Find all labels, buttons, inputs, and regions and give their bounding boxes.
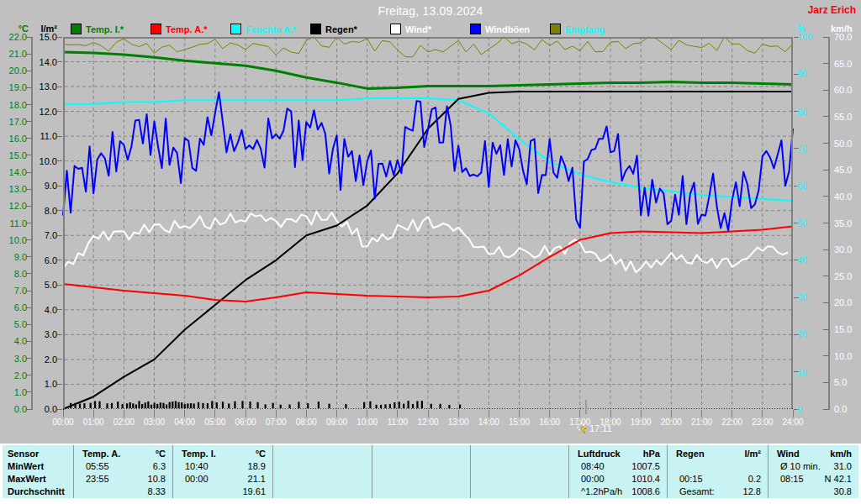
rain-axis-tick-label: 1.0 bbox=[32, 379, 57, 389]
kmh-axis-tick-label: 0.0 bbox=[834, 404, 859, 414]
summary-col-wind: Windkm/hØ 10 min.31.008:15N 42.130.8 bbox=[768, 445, 858, 498]
value bbox=[365, 460, 372, 473]
kmh-axis-tick-label: 10.0 bbox=[834, 351, 859, 361]
value-time: 10:40 bbox=[173, 460, 209, 473]
kmh-axis-tick-label: 20.0 bbox=[834, 297, 859, 307]
percent-axis-tick-label: 60 bbox=[797, 181, 821, 191]
value-time bbox=[173, 486, 185, 498]
hour-tick bbox=[214, 410, 215, 417]
summary-cell: 08:15N 42.1 bbox=[769, 473, 858, 486]
value: 1007.5 bbox=[631, 460, 667, 473]
summary-cell: Regenl/m² bbox=[668, 448, 768, 460]
celsius-axis-tick-label: 21.0 bbox=[2, 49, 27, 59]
summary-cell bbox=[372, 473, 470, 486]
rain-axis-tick-label: 9.0 bbox=[32, 181, 57, 191]
celsius-axis-tick-label: 15.0 bbox=[2, 150, 27, 160]
rain-axis-tick-label: 5.0 bbox=[32, 280, 57, 290]
rain-axis-tick-label: 8.0 bbox=[32, 206, 57, 216]
value: 6.3 bbox=[153, 460, 172, 473]
rain-axis-tick bbox=[57, 260, 62, 260]
rain-axis-tick-label: 3.0 bbox=[32, 329, 57, 339]
hour-label: 21:00 bbox=[686, 417, 718, 427]
legend-item-feuchte-a[interactable]: Feuchte A.* bbox=[230, 24, 310, 34]
kmh-axis-tick bbox=[823, 329, 828, 330]
kmh-axis-tick bbox=[823, 116, 828, 117]
legend-swatch bbox=[550, 24, 561, 34]
legend-item-regen[interactable]: Regen* bbox=[310, 24, 390, 34]
kmh-axis-tick bbox=[823, 90, 828, 91]
hour-tick bbox=[336, 410, 337, 417]
kmh-axis-tick bbox=[823, 223, 828, 223]
percent-axis-tick-label: 10 bbox=[797, 367, 821, 377]
legend-item-temp-i[interactable]: Temp. I.* bbox=[71, 24, 151, 34]
summary-cell bbox=[372, 486, 470, 498]
hour-label: 14:00 bbox=[473, 417, 504, 427]
value: 8.33 bbox=[148, 486, 172, 498]
legend-swatch bbox=[470, 24, 481, 34]
summary-cell: ^1.2hPa/h1008.6 bbox=[569, 486, 667, 498]
sensor-name: Luftdruck bbox=[569, 448, 621, 460]
value: 31.0 bbox=[834, 460, 858, 473]
summary-col-temp-a: Temp. A.°C05:556.323:5510.88.33 bbox=[73, 445, 172, 498]
kmh-axis-tick bbox=[823, 302, 828, 303]
rain-axis-tick-label: 0.0 bbox=[32, 404, 57, 414]
celsius-axis-tick-label: 9.0 bbox=[2, 252, 27, 262]
hour-label: 05:00 bbox=[199, 417, 231, 427]
hour-label: 22:00 bbox=[716, 417, 748, 427]
summary-cell: 8.33 bbox=[74, 486, 172, 498]
hour-label: 03:00 bbox=[139, 417, 171, 427]
summary-cell: 19.61 bbox=[173, 486, 272, 498]
hour-tick bbox=[793, 410, 794, 417]
kmh-axis-tick bbox=[823, 37, 828, 38]
kmh-axis-tick-label: 55.0 bbox=[834, 112, 859, 122]
celsius-axis-tick-label: 18.0 bbox=[2, 100, 27, 110]
hour-label: 07:00 bbox=[260, 417, 292, 427]
value: 18.9 bbox=[248, 460, 272, 473]
celsius-axis-tick-label: 16.0 bbox=[2, 134, 27, 144]
rain-axis-tick bbox=[57, 61, 62, 62]
value: 21.1 bbox=[248, 473, 272, 486]
hour-label: 19:00 bbox=[625, 417, 657, 427]
summary-cell: Windkm/h bbox=[769, 448, 858, 460]
value bbox=[562, 460, 568, 473]
legend-item-temp-a[interactable]: Temp. A.* bbox=[151, 24, 230, 34]
summary-cell: 30.8 bbox=[769, 486, 858, 498]
page-title: Freitag, 13.09.2024 bbox=[0, 4, 861, 18]
legend-item-windb-en[interactable]: Windböen bbox=[470, 24, 550, 34]
rain-axis-tick bbox=[57, 111, 62, 112]
celsius-axis-tick-label: 11.0 bbox=[2, 218, 27, 228]
legend-item-wind[interactable]: Wind* bbox=[390, 24, 470, 34]
rain-axis-tick-label: 10.0 bbox=[32, 156, 57, 166]
sunset-time-label: 17:11 bbox=[589, 423, 612, 433]
hour-tick bbox=[276, 410, 277, 417]
kmh-axis-tick-label: 25.0 bbox=[834, 271, 859, 281]
celsius-axis-tick-label: 12.0 bbox=[2, 201, 27, 211]
value-time bbox=[74, 486, 86, 498]
hour-tick bbox=[701, 410, 702, 417]
hour-tick bbox=[610, 410, 611, 417]
sensor-name bbox=[273, 448, 282, 460]
summary-col-regen: Regenl/m²00:150.2Gesamt:12.8 bbox=[667, 445, 768, 498]
summary-col-labels: SensorMinWertMaxWertDurchschnitt bbox=[3, 445, 73, 498]
value: 10.8 bbox=[148, 473, 172, 486]
rain-axis-tick-label: 6.0 bbox=[32, 255, 57, 265]
hour-tick bbox=[732, 410, 732, 417]
hour-label: 15:00 bbox=[504, 417, 536, 427]
hour-label: 11:00 bbox=[382, 417, 414, 427]
legend-swatch bbox=[151, 24, 161, 34]
percent-axis-tick-label: 90 bbox=[797, 69, 821, 79]
percent-axis-tick-label: 50 bbox=[797, 218, 821, 228]
celsius-axis-tick-label: 0.0 bbox=[2, 404, 27, 414]
rain-axis-tick bbox=[57, 136, 62, 137]
percent-axis-tick-label: 20 bbox=[797, 329, 821, 339]
value-time: 23:55 bbox=[74, 473, 109, 486]
legend-item-empfang[interactable]: Empfang bbox=[550, 24, 630, 34]
value-time bbox=[769, 486, 780, 498]
percent-axis-tick-label: 40 bbox=[797, 255, 821, 265]
kmh-axis-tick-label: 35.0 bbox=[834, 218, 859, 228]
value-time: Gesamt: bbox=[668, 486, 715, 498]
rain-axis-tick-label: 2.0 bbox=[32, 354, 57, 365]
summary-table: SensorMinWertMaxWertDurchschnittTemp. A.… bbox=[3, 445, 858, 498]
kmh-axis-tick bbox=[823, 409, 828, 410]
summary-cell bbox=[273, 460, 372, 473]
